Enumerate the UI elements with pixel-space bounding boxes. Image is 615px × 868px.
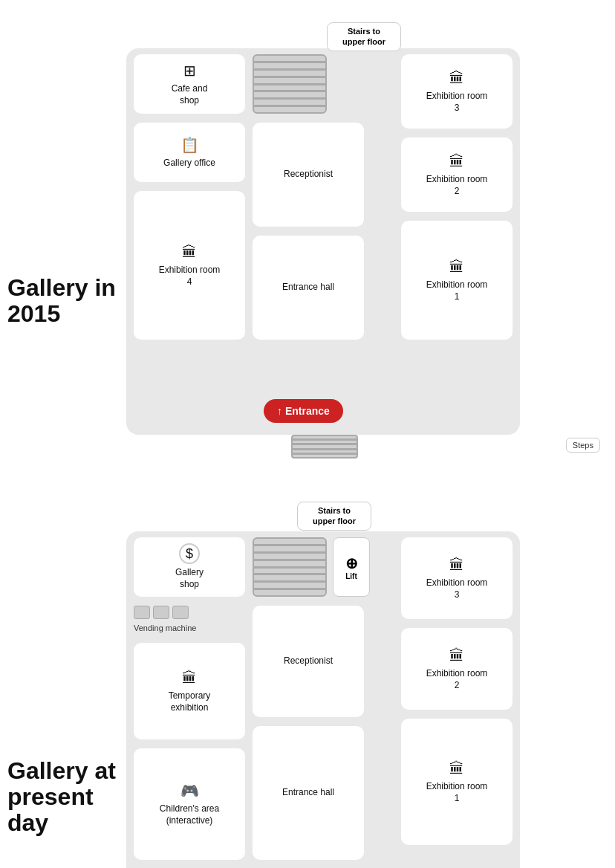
gallery-shop-label: Galleryshop [175, 567, 204, 590]
floor-plan-2015: ⊞ Cafe andshop 🏛 Exhibition room3 📋 Gall… [126, 48, 520, 435]
lift-box: ⊕ Lift [333, 537, 370, 597]
exhibition4-room: 🏛 Exhibition room4 [134, 191, 245, 340]
interactive-icon: 🎮 [180, 781, 199, 800]
gallery-office-label: Gallery office [163, 158, 215, 169]
entrance-button-1[interactable]: ↑ Entrance [264, 399, 343, 423]
steps-label-1: Steps [566, 438, 600, 453]
title-2015-year: 2015 [7, 301, 126, 327]
exhibition1-room-1: 🏛 Exhibition room1 [401, 221, 512, 340]
title-2015: Gallery in [7, 275, 126, 301]
stairs-header-1: Stairs toupper floor [327, 22, 401, 51]
vending-row [134, 606, 189, 619]
lift-label: Lift [345, 572, 357, 580]
receptionist-label-2: Receptionist [284, 655, 333, 667]
exhibition2-label-2: Exhibition room2 [426, 668, 488, 691]
exhibition2-label-1: Exhibition room2 [426, 174, 488, 197]
maps-container: Stairs toupper floor ⊞ Cafe andshop 🏛 Ex… [126, 15, 608, 868]
entrance-hall-label-2: Entrance hall [282, 787, 334, 799]
museum-icon-3-2: 🏛 [449, 555, 464, 574]
receptionist-label-1: Receptionist [284, 169, 333, 181]
childrens-area-room: 🎮 Children's area(interactive) [134, 748, 245, 860]
vending-box-3 [172, 606, 189, 619]
museum-icon-1-1: 🏛 [449, 257, 464, 276]
cafe-room: ⊞ Cafe andshop [134, 54, 245, 114]
exhibition3-label-2: Exhibition room3 [426, 577, 488, 600]
vending-box-2 [153, 606, 169, 619]
exhibition1-room-2: 🏛 Exhibition room1 [401, 719, 512, 845]
museum-icon-temp: 🏛 [182, 668, 197, 687]
exhibition4-label: Exhibition room4 [159, 265, 221, 288]
steps-stairs-1 [291, 435, 358, 459]
vending-box-1 [134, 606, 150, 619]
gallery-shop-room: $ Galleryshop [134, 537, 245, 597]
museum-icon-2-2: 🏛 [449, 646, 464, 665]
exhibition3-room-2: 🏛 Exhibition room3 [401, 537, 512, 619]
cafe-icon: ⊞ [183, 61, 196, 80]
temporary-exhibition-room: 🏛 Temporaryexhibition [134, 643, 245, 739]
museum-icon-3-1: 🏛 [449, 68, 464, 88]
gallery-office-room: 📋 Gallery office [134, 123, 245, 182]
vending-label: Vending machine [134, 624, 196, 632]
entrance-hall-2: Entrance hall [253, 726, 364, 860]
temporary-exhibition-label: Temporaryexhibition [169, 690, 211, 713]
lift-icon: ⊕ [345, 554, 358, 572]
exhibition1-label-2: Exhibition room1 [426, 781, 488, 804]
entrance-hall-1: Entrance hall [253, 236, 364, 340]
cafe-label: Cafe andshop [172, 83, 208, 106]
title-present2: present day [7, 784, 126, 836]
dollar-icon: $ [179, 543, 200, 564]
childrens-area-label: Children's area(interactive) [160, 803, 219, 826]
entrance-label-1: ↑ Entrance [277, 405, 330, 417]
stairs-header-2: Stairs toupper floor [297, 502, 371, 531]
entrance-hall-label-1: Entrance hall [282, 282, 334, 294]
receptionist-room-2: Receptionist [253, 606, 364, 717]
receptionist-room-1: Receptionist [253, 123, 364, 227]
exhibition1-label-1: Exhibition room1 [426, 279, 488, 302]
left-labels: Gallery in 2015 Gallery at present day [7, 15, 126, 868]
exhibition2-room-1: 🏛 Exhibition room2 [401, 137, 512, 212]
exhibition2-room-2: 🏛 Exhibition room2 [401, 628, 512, 710]
exhibition3-room-1: 🏛 Exhibition room3 [401, 54, 512, 129]
museum-icon-2-1: 🏛 [449, 152, 464, 171]
stairs-box-1 [253, 54, 327, 114]
floor-plan-present: $ Galleryshop ⊕ Lift 🏛 Exhibition room3 [126, 531, 520, 868]
exhibition3-label-1: Exhibition room3 [426, 91, 488, 114]
stairs-box-2 [253, 537, 327, 597]
museum-icon-1-2: 🏛 [449, 759, 464, 778]
title-present1: Gallery at [7, 758, 126, 784]
museum-icon-4: 🏛 [182, 242, 197, 262]
office-icon: 📋 [180, 135, 199, 155]
